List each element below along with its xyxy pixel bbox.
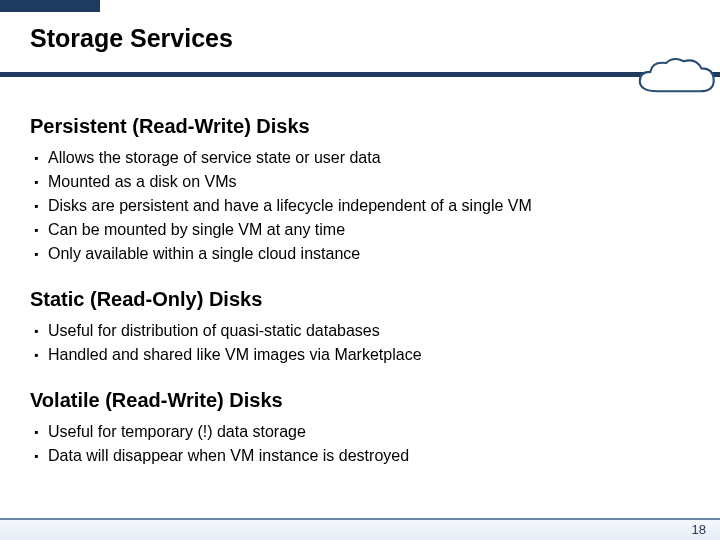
list-item: Only available within a single cloud ins…: [48, 242, 690, 266]
bullet-list: Allows the storage of service state or u…: [30, 146, 690, 266]
list-item: Mounted as a disk on VMs: [48, 170, 690, 194]
section-heading: Volatile (Read-Write) Disks: [30, 389, 690, 412]
list-item: Data will disappear when VM instance is …: [48, 444, 690, 468]
list-item: Handled and shared like VM images via Ma…: [48, 343, 690, 367]
list-item: Useful for temporary (!) data storage: [48, 420, 690, 444]
page-title: Storage Services: [30, 24, 233, 53]
title-underline: [0, 72, 720, 77]
list-item: Can be mounted by single VM at any time: [48, 218, 690, 242]
cloud-icon: [630, 56, 720, 104]
section-heading: Static (Read-Only) Disks: [30, 288, 690, 311]
section-heading: Persistent (Read-Write) Disks: [30, 115, 690, 138]
footer-bar: 18: [0, 518, 720, 540]
bullet-list: Useful for distribution of quasi-static …: [30, 319, 690, 367]
page-number: 18: [692, 522, 706, 537]
bullet-list: Useful for temporary (!) data storage Da…: [30, 420, 690, 468]
content-area: Persistent (Read-Write) Disks Allows the…: [30, 115, 690, 468]
header-accent-bar: [0, 0, 100, 12]
list-item: Useful for distribution of quasi-static …: [48, 319, 690, 343]
list-item: Allows the storage of service state or u…: [48, 146, 690, 170]
list-item: Disks are persistent and have a lifecycl…: [48, 194, 690, 218]
